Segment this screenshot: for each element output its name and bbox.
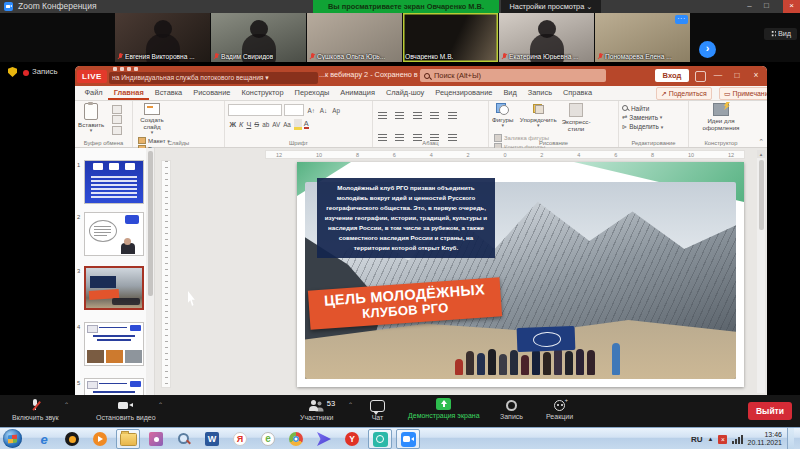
shrink-font-button[interactable]: А↓ — [320, 107, 327, 114]
bold-button[interactable]: Ж — [230, 120, 237, 129]
slide-scrollbar[interactable]: ▴ — [757, 150, 765, 393]
save-icon[interactable] — [113, 67, 117, 71]
unmute-button[interactable]: Включить звук ⌃ — [12, 399, 59, 421]
ppt-close-button[interactable]: × — [747, 66, 765, 86]
format-painter-icon[interactable] — [112, 126, 122, 135]
language-indicator[interactable]: RU — [691, 435, 703, 444]
scrollbar-thumb[interactable] — [148, 151, 153, 296]
gallery-view-button[interactable]: Вид — [764, 28, 797, 40]
participant-tile[interactable]: Евгения Викторовна ... — [115, 13, 210, 62]
participant-tile[interactable]: Сушкова Ольга Юрь... — [307, 13, 402, 62]
participant-tile[interactable]: Вадим Свиридов — [211, 13, 306, 62]
font-size-combobox[interactable] — [284, 104, 304, 116]
share-button[interactable]: ↗ Поделиться — [656, 87, 712, 100]
ppt-restore-button[interactable]: □ — [728, 66, 746, 86]
participants-button[interactable]: 53 Участники ⌃ — [300, 399, 333, 421]
zoom-maximize-button[interactable]: □ — [758, 0, 775, 13]
tab-file[interactable]: Файл — [79, 86, 108, 100]
tab-draw[interactable]: Рисование — [188, 86, 236, 100]
comments-button[interactable]: ▭ Примечания — [719, 87, 767, 100]
slide-thumbnail-4[interactable] — [84, 322, 144, 366]
hidden-icons-caret[interactable]: ▲ — [708, 436, 714, 442]
arrange-button[interactable]: Упорядочить▾ — [520, 103, 557, 129]
scrollbar-thumb[interactable] — [759, 160, 764, 230]
shapes-button[interactable]: Фигуры▾ — [492, 103, 513, 129]
stop-video-button[interactable]: Остановить видео ⌃ — [96, 399, 156, 421]
zoom-minimize-button[interactable]: – — [741, 0, 758, 13]
show-desktop-button[interactable] — [787, 428, 794, 449]
tab-insert[interactable]: Вставка — [149, 86, 187, 100]
zoom-taskbar-icon[interactable] — [396, 429, 420, 449]
zoom-close-button[interactable]: × — [783, 0, 800, 13]
internet-explorer-icon[interactable]: e — [32, 429, 56, 449]
share-screen-button[interactable]: Демонстрация экрана — [408, 398, 480, 419]
view-settings-button[interactable]: Настройки просмотра ⌄ — [501, 0, 601, 13]
reactions-button[interactable]: Реакции — [546, 399, 573, 420]
network-icon[interactable] — [732, 434, 742, 444]
file-explorer-icon[interactable] — [116, 429, 140, 449]
chat-button[interactable]: Чат — [370, 399, 385, 421]
find-button[interactable]: Найти — [622, 105, 685, 112]
scroll-up-arrow[interactable]: ▴ — [757, 150, 765, 158]
replace-button[interactable]: ⇄Заменить ▾ — [622, 113, 685, 121]
select-button[interactable]: ⊳Выделить ▾ — [622, 123, 685, 131]
italic-button[interactable]: К — [239, 120, 243, 129]
chrome-icon[interactable] — [284, 429, 308, 449]
security-shield-icon[interactable] — [8, 67, 17, 77]
more-options-button[interactable]: ··· — [675, 15, 688, 24]
font-color-button[interactable]: А — [304, 120, 309, 129]
quick-access-toolbar[interactable] — [113, 67, 138, 71]
new-slide-button[interactable]: Создать слайд▾ — [136, 103, 168, 136]
line-spacing-icon[interactable] — [448, 112, 457, 119]
slide-thumbnail-2[interactable] — [84, 212, 144, 256]
start-button[interactable] — [3, 429, 22, 448]
eset-antivirus-icon[interactable]: e — [256, 429, 280, 449]
bullets-icon[interactable] — [378, 112, 387, 119]
ppt-minimize-button[interactable]: — — [709, 66, 727, 86]
slide-thumbnail-3-selected[interactable] — [84, 266, 144, 310]
video-options-caret[interactable]: ⌃ — [158, 401, 163, 408]
tab-transitions[interactable]: Переходы — [289, 86, 335, 100]
grow-font-button[interactable]: А↑ — [308, 107, 315, 114]
tab-help[interactable]: Справка — [558, 86, 598, 100]
tab-home[interactable]: Главная — [108, 86, 149, 100]
mail-agent-icon[interactable] — [368, 429, 392, 449]
strikethrough-button[interactable]: S — [254, 120, 259, 129]
record-button[interactable]: Запись — [500, 399, 523, 420]
yandex-icon[interactable]: Я — [228, 429, 252, 449]
taskbar-clock[interactable]: 13:46 20.11.2021 — [747, 431, 782, 447]
undo-icon[interactable] — [120, 67, 124, 71]
search-input[interactable]: Поиск (Alt+Ы) — [420, 69, 606, 82]
participant-tile[interactable]: Екатерина Юрьевна ... — [499, 13, 594, 62]
underline-button[interactable]: Ч — [246, 120, 251, 129]
account-icon[interactable] — [695, 71, 706, 82]
tab-view[interactable]: Вид — [498, 86, 522, 100]
quick-styles-button[interactable]: Экспресс-стили — [563, 103, 589, 132]
character-spacing-button[interactable]: AV — [272, 121, 280, 128]
highlight-color-button[interactable] — [294, 119, 302, 130]
numbering-icon[interactable] — [395, 112, 404, 119]
aimp-player-icon[interactable] — [60, 429, 84, 449]
sign-in-button[interactable]: Вход — [655, 69, 689, 82]
start-slideshow-icon[interactable] — [134, 67, 138, 71]
action-center-flag-icon[interactable]: × — [718, 435, 727, 444]
cut-icon[interactable] — [112, 105, 122, 114]
participants-options-caret[interactable]: ⌃ — [348, 401, 353, 408]
participant-tile-active-speaker[interactable]: Овчаренко М.В. — [403, 13, 498, 62]
slide-thumbnail-5[interactable] — [84, 378, 144, 395]
next-participants-arrow-button[interactable]: › — [699, 41, 716, 58]
tab-record[interactable]: Запись — [522, 86, 557, 100]
clear-formatting-button[interactable]: Ар — [332, 107, 340, 114]
font-name-combobox[interactable] — [228, 104, 282, 116]
leave-meeting-button[interactable]: Выйти — [748, 402, 792, 420]
yandex-browser-icon[interactable]: Y — [340, 429, 364, 449]
tab-design[interactable]: Конструктор — [236, 86, 289, 100]
increase-indent-icon[interactable] — [430, 112, 439, 119]
decrease-indent-icon[interactable] — [413, 112, 422, 119]
tab-animations[interactable]: Анимация — [335, 86, 381, 100]
tab-slideshow[interactable]: Слайд-шоу — [380, 86, 429, 100]
kmplayer-icon[interactable] — [312, 429, 336, 449]
mic-options-caret[interactable]: ⌃ — [64, 401, 69, 408]
photo-viewer-icon[interactable] — [144, 429, 168, 449]
word-icon[interactable]: W — [200, 429, 224, 449]
